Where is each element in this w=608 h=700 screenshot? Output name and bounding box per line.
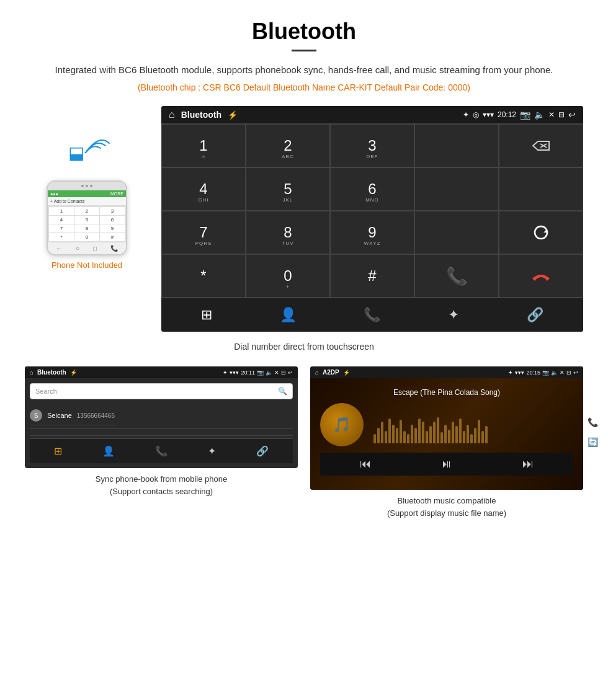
grid-icon[interactable]: ⊞ <box>201 307 212 323</box>
dial-refresh-btn[interactable] <box>499 211 583 254</box>
mus-x-icon[interactable]: ✕ <box>560 370 565 376</box>
dial-key-sub: TUV <box>282 241 294 246</box>
music-note-icon: 🎵 <box>333 416 351 433</box>
dial-empty-0-3[interactable] <box>414 124 499 167</box>
dial-empty-1-4[interactable] <box>499 167 583 211</box>
pb-call-icon[interactable]: 📞 <box>155 445 168 457</box>
contact-row[interactable]: SSeicane13566664466 <box>30 403 293 429</box>
phone-key-7[interactable]: 7 <box>49 224 74 233</box>
window-icon[interactable]: ⊟ <box>558 110 565 119</box>
phonebook-screen-wrap: ⌂ Bluetooth ⚡ ✦ ▾▾▾ 20:11 📷 🔈 ✕ ⊟ ↩ Se <box>25 366 298 519</box>
phone-key-1[interactable]: 1 <box>49 207 74 215</box>
phone-home-icon: ○ <box>76 245 79 252</box>
bt-status-icon: ✦ <box>463 110 469 119</box>
waveform-bar <box>444 425 447 443</box>
mus-cam-icon[interactable]: 📷 <box>542 370 549 376</box>
phone-key-*[interactable]: * <box>49 233 74 241</box>
dial-key-7[interactable]: 7PQRS <box>161 211 246 254</box>
dial-call-btn[interactable]: 📞 <box>414 254 499 298</box>
phone-key-8[interactable]: 8 <box>74 224 99 233</box>
dial-key-sub: + <box>286 284 290 290</box>
pb-link-icon[interactable]: 🔗 <box>256 445 269 457</box>
volume-icon[interactable]: 🔈 <box>534 110 545 120</box>
mus-back-icon[interactable]: ↩ <box>573 370 578 376</box>
dial-hangup-btn[interactable] <box>499 254 583 298</box>
dial-key-#[interactable]: # <box>330 254 414 298</box>
phone-key-2[interactable]: 2 <box>74 207 99 215</box>
dial-key-sub: ABC <box>282 154 293 159</box>
home-icon[interactable]: ⌂ <box>169 109 175 120</box>
pb-bt-bottom-icon[interactable]: ✦ <box>208 445 216 457</box>
mus-screen-title: A2DP <box>323 369 339 376</box>
dial-key-num: 9 <box>368 224 376 241</box>
phone-key-6[interactable]: 6 <box>100 216 125 224</box>
phone-dialpad: 123456789*0# <box>48 206 126 242</box>
waveform-bar <box>437 417 439 443</box>
prev-icon[interactable]: ⏮ <box>360 458 371 471</box>
dial-key-*[interactable]: * <box>161 254 246 298</box>
album-art: 🎵 <box>320 403 364 446</box>
phone-key-3[interactable]: 3 <box>100 207 125 215</box>
dial-key-3[interactable]: 3DEF <box>330 124 414 167</box>
pb-win-icon[interactable]: ⊟ <box>281 370 286 376</box>
dial-backspace-btn[interactable] <box>499 124 583 167</box>
music-caption: Bluetooth music compatible(Support displ… <box>310 495 583 519</box>
mus-vol-icon[interactable]: 🔈 <box>551 370 558 376</box>
dial-key-9[interactable]: 9WXYZ <box>330 211 414 254</box>
pb-vol-icon[interactable]: 🔈 <box>266 370 272 376</box>
mus-win-icon[interactable]: ⊟ <box>566 370 571 376</box>
waveform-bar <box>452 422 454 443</box>
dial-key-2[interactable]: 2ABC <box>246 124 330 167</box>
phone-key-#[interactable]: # <box>100 233 125 241</box>
pb-user-icon[interactable]: 👤 <box>102 445 115 457</box>
dial-key-num: 3 <box>368 137 376 154</box>
camera-icon[interactable]: 📷 <box>520 110 530 120</box>
pb-back-icon[interactable]: ↩ <box>288 370 293 376</box>
dial-car-screen: ⌂ Bluetooth ⚡ ✦ ◎ ▾▾▾ 20:12 📷 🔈 ✕ ⊟ ↩ 1∞… <box>161 106 583 332</box>
dial-key-0[interactable]: 0+ <box>246 254 330 298</box>
dial-key-sub: PQRS <box>195 241 212 246</box>
dial-key-6[interactable]: 6MNO <box>330 167 414 211</box>
dial-key-sub: MNO <box>365 197 379 203</box>
dial-empty-2-3[interactable] <box>414 211 499 254</box>
contact-row[interactable]: SSeicane13566664466 <box>30 406 115 425</box>
dial-key-1[interactable]: 1∞ <box>161 124 246 167</box>
phone-top-bar <box>48 182 126 190</box>
play-pause-icon[interactable]: ⏯ <box>441 458 452 471</box>
next-icon[interactable]: ⏭ <box>522 458 534 471</box>
waveform-bar <box>388 419 391 443</box>
pb-grid-icon[interactable]: ⊞ <box>54 445 62 457</box>
close-icon[interactable]: ✕ <box>548 110 555 119</box>
pb-bt-icon: ✦ <box>223 370 228 376</box>
contacts-icon[interactable]: 👤 <box>280 307 297 323</box>
waveform-bar <box>403 431 406 443</box>
mus-home-icon[interactable]: ⌂ <box>315 369 319 376</box>
back-icon[interactable]: ↩ <box>568 110 576 120</box>
phone-key-4[interactable]: 4 <box>49 216 74 224</box>
pb-cam-icon[interactable]: 📷 <box>257 370 264 376</box>
pb-screen-title: Bluetooth <box>37 369 66 376</box>
search-icon[interactable]: 🔍 <box>278 387 287 396</box>
dial-caption: Dial number direct from touchscreen <box>25 342 583 352</box>
phone-key-9[interactable]: 9 <box>100 224 125 233</box>
dial-key-5[interactable]: 5JKL <box>246 167 330 211</box>
bluetooth-bottom-icon[interactable]: ✦ <box>448 307 459 323</box>
dial-key-8[interactable]: 8TUV <box>246 211 330 254</box>
two-screens-area: ⌂ Bluetooth ⚡ ✦ ▾▾▾ 20:11 📷 🔈 ✕ ⊟ ↩ Se <box>25 366 583 519</box>
song-title: Escape (The Pina Colada Song) <box>393 388 500 397</box>
pb-x-icon[interactable]: ✕ <box>274 370 279 376</box>
mus-bt-icon: ✦ <box>508 370 513 376</box>
search-bar[interactable]: Search 🔍 <box>30 383 293 399</box>
link-icon[interactable]: 🔗 <box>527 307 543 323</box>
search-placeholder: Search <box>35 388 57 395</box>
phone-dot <box>90 185 92 187</box>
phone-key-0[interactable]: 0 <box>74 233 99 241</box>
dial-empty-1-3[interactable] <box>414 167 499 211</box>
pb-home-icon[interactable]: ⌂ <box>30 369 34 376</box>
waveform-bar <box>414 428 417 443</box>
dial-key-num: 6 <box>368 180 376 198</box>
phone-key-5[interactable]: 5 <box>74 216 99 224</box>
contact-avatar: S <box>30 409 42 422</box>
dial-key-4[interactable]: 4GHI <box>161 167 246 211</box>
phone-bottom-icon[interactable]: 📞 <box>364 307 380 323</box>
